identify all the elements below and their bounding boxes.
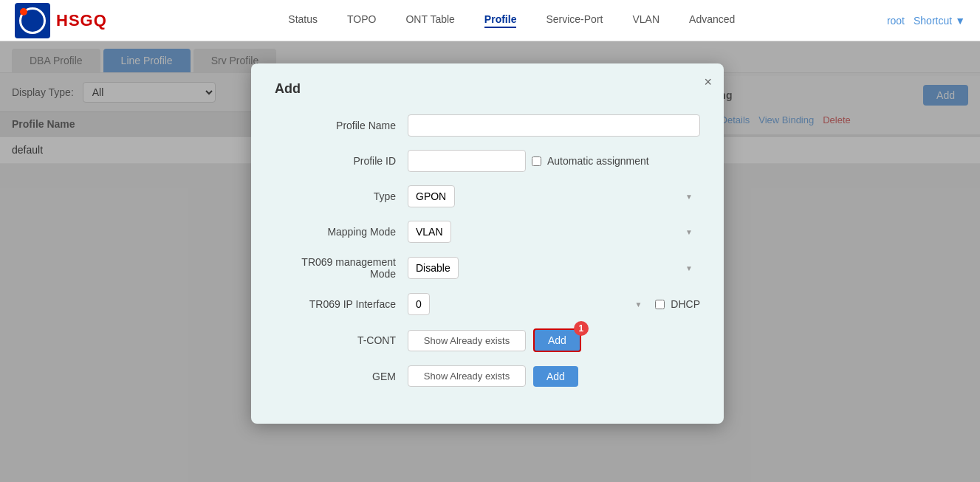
form-row-t-cont: T-CONT Show Already exists Add 1 — [275, 328, 700, 352]
dhcp-row: DHCP — [655, 298, 700, 310]
form-row-profile-name: Profile Name — [275, 114, 700, 137]
nav-links: Status TOPO ONT Table Profile Service-Po… — [137, 13, 887, 28]
t-cont-add-button[interactable]: Add — [533, 328, 581, 352]
select-mapping-mode[interactable]: VLAN — [408, 221, 451, 243]
select-tr069-ip[interactable]: 0 — [408, 293, 430, 315]
checkbox-automatic-assignment[interactable] — [532, 156, 541, 166]
label-tr069-mode: TR069 management Mode — [275, 256, 408, 280]
chevron-down-icon: ▼ — [955, 15, 965, 27]
add-modal: Add × Profile Name Profile ID Automatic … — [251, 63, 724, 424]
label-profile-id: Profile ID — [275, 155, 408, 167]
tr069-ip-select-wrapper: 0 — [408, 293, 649, 315]
gem-show-already-button[interactable]: Show Already exists — [408, 365, 526, 387]
t-cont-show-already-button[interactable]: Show Already exists — [408, 330, 526, 351]
nav-advanced[interactable]: Advanced — [689, 13, 735, 28]
label-t-cont: T-CONT — [275, 334, 408, 346]
label-type: Type — [275, 190, 408, 202]
nav-vlan[interactable]: VLAN — [632, 13, 659, 28]
form-row-mapping-mode: Mapping Mode VLAN — [275, 221, 700, 243]
select-type[interactable]: GPON — [408, 185, 455, 207]
t-cont-badge: 1 — [574, 321, 589, 336]
select-tr069-mode[interactable]: Disable — [408, 257, 459, 279]
form-row-profile-id: Profile ID Automatic assignment — [275, 150, 700, 172]
nav-status[interactable]: Status — [288, 13, 318, 28]
type-select-wrapper: GPON — [408, 185, 700, 207]
nav-profile[interactable]: Profile — [484, 13, 517, 28]
t-cont-add-btn-wrapper: Add 1 — [526, 328, 581, 352]
gem-add-button[interactable]: Add — [533, 366, 578, 387]
tr069-mode-select-wrapper: Disable — [408, 257, 700, 279]
app-title: HSGQ — [56, 11, 107, 30]
label-dhcp: DHCP — [671, 298, 700, 310]
form-row-type: Type GPON — [275, 185, 700, 207]
nav-topo[interactable]: TOPO — [347, 13, 376, 28]
top-nav: HSGQ Status TOPO ONT Table Profile Servi… — [0, 0, 980, 41]
nav-ont-table[interactable]: ONT Table — [405, 13, 454, 28]
checkbox-dhcp[interactable] — [655, 300, 665, 309]
modal-title: Add — [275, 81, 700, 97]
label-automatic-assignment: Automatic assignment — [547, 155, 649, 167]
nav-user: root — [887, 15, 905, 27]
automatic-assignment-row: Automatic assignment — [532, 155, 649, 167]
logo-dot — [20, 8, 27, 16]
form-row-gem: GEM Show Already exists Add — [275, 365, 700, 387]
nav-shortcut[interactable]: Shortcut ▼ — [914, 15, 965, 27]
input-profile-id[interactable] — [408, 150, 526, 172]
logo-icon — [15, 3, 50, 38]
form-row-tr069-ip: TR069 IP Interface 0 DHCP — [275, 293, 700, 315]
nav-right: root Shortcut ▼ — [887, 15, 965, 27]
label-profile-name: Profile Name — [275, 120, 408, 131]
label-tr069-ip: TR069 IP Interface — [275, 298, 408, 310]
form-row-tr069-mode: TR069 management Mode Disable — [275, 256, 700, 280]
main-area: DBA Profile Line Profile Srv Profile Dis… — [0, 41, 980, 482]
mapping-mode-select-wrapper: VLAN — [408, 221, 700, 243]
label-gem: GEM — [275, 371, 408, 382]
logo-graphic — [19, 7, 46, 34]
modal-close-button[interactable]: × — [704, 75, 712, 89]
logo-area: HSGQ — [15, 3, 107, 38]
input-profile-name[interactable] — [408, 114, 700, 137]
label-mapping-mode: Mapping Mode — [275, 226, 408, 238]
nav-service-port[interactable]: Service-Port — [546, 13, 603, 28]
